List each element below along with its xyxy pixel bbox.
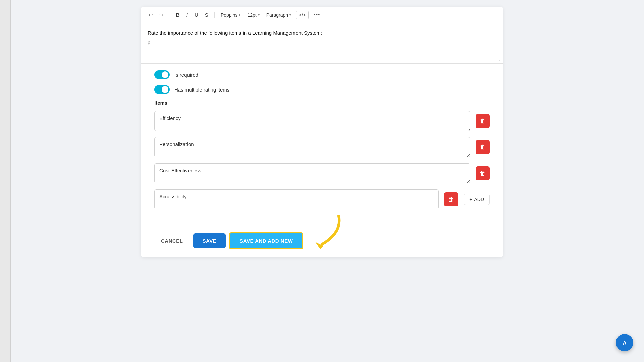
- item-input-1[interactable]: Personalization: [154, 137, 470, 157]
- chevron-down-icon-2: ▾: [258, 13, 260, 17]
- item-input-2[interactable]: Cost-Effectiveness: [154, 163, 470, 183]
- form-card: ↩ ↪ B I U S Poppins ▾: [141, 7, 503, 257]
- delete-item-0-button[interactable]: 🗑: [476, 114, 490, 128]
- item-row-1: Personalization 🗑: [154, 137, 490, 157]
- item-row-3: Accessibility 🗑 + ADD: [154, 189, 490, 209]
- font-family-select[interactable]: Poppins ▾: [219, 11, 243, 19]
- toolbar-divider-2: [214, 12, 215, 18]
- delete-item-1-button[interactable]: 🗑: [476, 140, 490, 154]
- fab-button[interactable]: ∧: [616, 334, 633, 351]
- has-multiple-toggle[interactable]: [154, 85, 170, 94]
- font-family-label: Poppins: [221, 12, 238, 18]
- add-item-button[interactable]: + ADD: [464, 194, 490, 205]
- footer: CANCEL SAVE SAVE AND ADD NEW: [141, 226, 503, 257]
- italic-button[interactable]: I: [184, 11, 190, 19]
- more-options-button[interactable]: •••: [311, 10, 322, 20]
- item-input-3[interactable]: Accessibility: [154, 189, 439, 209]
- underline-button[interactable]: U: [193, 11, 200, 19]
- resize-handle[interactable]: ⋱: [498, 58, 502, 62]
- underline-icon: U: [195, 12, 198, 18]
- svg-marker-0: [315, 242, 324, 249]
- trash-icon-3: 🗑: [448, 196, 454, 203]
- editor-placeholder: p: [148, 40, 496, 45]
- redo-button[interactable]: ↪: [157, 10, 166, 19]
- save-and-add-new-button[interactable]: SAVE AND ADD NEW: [229, 232, 303, 249]
- more-icon: •••: [313, 11, 320, 18]
- cancel-button[interactable]: CANCEL: [154, 234, 190, 248]
- page-wrapper: ↩ ↪ B I U S Poppins ▾: [0, 0, 644, 362]
- font-size-label: 12pt: [247, 12, 256, 18]
- font-size-select[interactable]: 12pt ▾: [245, 11, 261, 19]
- item-row-0: Efficiency 🗑: [154, 111, 490, 131]
- redo-icon: ↪: [159, 12, 164, 18]
- fab-icon: ∧: [622, 338, 627, 347]
- bold-icon: B: [176, 12, 180, 18]
- trash-icon-1: 🗑: [480, 144, 486, 151]
- is-required-label: Is required: [174, 72, 198, 78]
- is-required-toggle[interactable]: [154, 70, 170, 79]
- delete-item-2-button[interactable]: 🗑: [476, 166, 490, 180]
- chevron-down-icon: ▾: [239, 13, 240, 17]
- undo-icon: ↩: [148, 12, 153, 18]
- has-multiple-row: Has multiple rating items: [154, 85, 490, 94]
- add-icon: +: [469, 197, 472, 202]
- delete-item-3-button[interactable]: 🗑: [444, 192, 458, 206]
- bold-button[interactable]: B: [174, 11, 182, 19]
- form-body: Is required Has multiple rating items It…: [141, 64, 503, 226]
- strikethrough-icon: S: [205, 12, 208, 18]
- undo-button[interactable]: ↩: [146, 10, 155, 19]
- paragraph-select[interactable]: Paragraph ▾: [264, 11, 293, 19]
- trash-icon-0: 🗑: [480, 118, 486, 125]
- item-row-2: Cost-Effectiveness 🗑: [154, 163, 490, 183]
- editor-area[interactable]: Rate the importance of the following ite…: [141, 23, 503, 64]
- item-input-0[interactable]: Efficiency: [154, 111, 470, 131]
- is-required-row: Is required: [154, 70, 490, 79]
- sidebar-bar: [0, 0, 11, 362]
- items-section-label: Items: [154, 100, 490, 106]
- toolbar-divider-1: [170, 12, 170, 18]
- italic-icon: I: [186, 12, 188, 18]
- chevron-down-icon-3: ▾: [289, 13, 291, 17]
- has-multiple-label: Has multiple rating items: [174, 87, 229, 93]
- code-icon: </>: [299, 12, 306, 18]
- code-button[interactable]: </>: [296, 11, 309, 19]
- save-button[interactable]: SAVE: [193, 233, 226, 248]
- trash-icon-2: 🗑: [480, 170, 486, 177]
- toolbar: ↩ ↪ B I U S Poppins ▾: [141, 7, 503, 23]
- add-label: ADD: [474, 197, 484, 202]
- strikethrough-button[interactable]: S: [203, 11, 210, 19]
- paragraph-label: Paragraph: [266, 12, 288, 18]
- editor-text: Rate the importance of the following ite…: [148, 29, 496, 37]
